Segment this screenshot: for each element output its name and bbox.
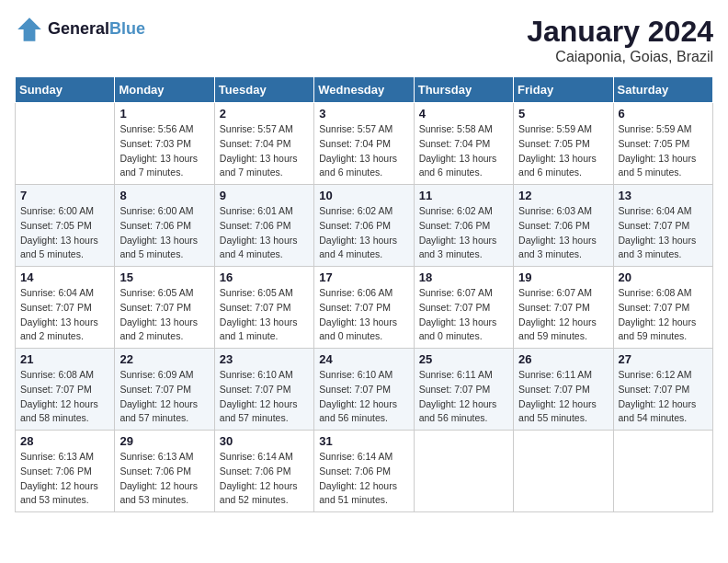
day-info: Sunrise: 6:13 AMSunset: 7:06 PMDaylight:… xyxy=(20,450,109,508)
week-row-5: 28Sunrise: 6:13 AMSunset: 7:06 PMDayligh… xyxy=(16,431,713,512)
calendar-cell xyxy=(16,103,115,185)
day-number: 25 xyxy=(419,352,508,366)
day-number: 15 xyxy=(119,270,209,284)
calendar-cell: 10Sunrise: 6:02 AMSunset: 7:06 PMDayligh… xyxy=(314,185,414,267)
day-number: 11 xyxy=(419,189,508,202)
week-row-1: 1Sunrise: 5:56 AMSunset: 7:03 PMDaylight… xyxy=(16,103,713,185)
calendar-cell: 5Sunrise: 5:59 AMSunset: 7:05 PMDaylight… xyxy=(514,103,613,185)
calendar-cell: 27Sunrise: 6:12 AMSunset: 7:07 PMDayligh… xyxy=(613,349,712,431)
day-number: 3 xyxy=(319,107,408,121)
day-info: Sunrise: 5:56 AMSunset: 7:03 PMDaylight:… xyxy=(119,122,209,180)
logo: GeneralBlue xyxy=(15,15,145,44)
day-number: 9 xyxy=(220,189,309,202)
day-header-friday: Friday xyxy=(514,77,613,103)
day-header-saturday: Saturday xyxy=(613,77,712,103)
day-info: Sunrise: 6:05 AMSunset: 7:07 PMDaylight:… xyxy=(220,286,309,344)
calendar-cell: 16Sunrise: 6:05 AMSunset: 7:07 PMDayligh… xyxy=(214,267,313,349)
calendar-cell: 20Sunrise: 6:08 AMSunset: 7:07 PMDayligh… xyxy=(613,267,712,349)
day-info: Sunrise: 5:57 AMSunset: 7:04 PMDaylight:… xyxy=(319,122,408,180)
day-info: Sunrise: 6:04 AMSunset: 7:07 PMDaylight:… xyxy=(619,204,708,262)
day-info: Sunrise: 6:11 AMSunset: 7:07 PMDaylight:… xyxy=(518,368,608,426)
calendar-cell: 8Sunrise: 6:00 AMSunset: 7:06 PMDaylight… xyxy=(115,185,214,267)
calendar-cell: 29Sunrise: 6:13 AMSunset: 7:06 PMDayligh… xyxy=(115,431,214,512)
days-header-row: SundayMondayTuesdayWednesdayThursdayFrid… xyxy=(16,77,713,103)
day-number: 10 xyxy=(319,189,408,202)
day-number: 21 xyxy=(20,352,109,366)
day-number: 31 xyxy=(319,434,408,448)
day-info: Sunrise: 5:59 AMSunset: 7:05 PMDaylight:… xyxy=(518,122,608,180)
calendar-cell: 4Sunrise: 5:58 AMSunset: 7:04 PMDaylight… xyxy=(414,103,513,185)
calendar-cell xyxy=(613,431,712,512)
day-info: Sunrise: 6:12 AMSunset: 7:07 PMDaylight:… xyxy=(619,368,708,426)
calendar-cell: 15Sunrise: 6:05 AMSunset: 7:07 PMDayligh… xyxy=(115,267,214,349)
day-number: 29 xyxy=(119,434,209,448)
day-info: Sunrise: 6:02 AMSunset: 7:06 PMDaylight:… xyxy=(319,204,408,262)
day-number: 19 xyxy=(518,270,608,284)
day-info: Sunrise: 6:07 AMSunset: 7:07 PMDaylight:… xyxy=(518,286,608,344)
day-header-thursday: Thursday xyxy=(414,77,513,103)
day-number: 5 xyxy=(518,107,608,121)
svg-marker-0 xyxy=(17,17,41,41)
day-info: Sunrise: 5:58 AMSunset: 7:04 PMDaylight:… xyxy=(419,122,508,180)
calendar-cell xyxy=(514,431,613,512)
day-info: Sunrise: 6:09 AMSunset: 7:07 PMDaylight:… xyxy=(119,368,209,426)
page-header: GeneralBlue January 2024 Caiaponia, Goia… xyxy=(15,15,713,65)
calendar-cell: 18Sunrise: 6:07 AMSunset: 7:07 PMDayligh… xyxy=(414,267,513,349)
calendar-cell: 30Sunrise: 6:14 AMSunset: 7:06 PMDayligh… xyxy=(214,431,313,512)
day-number: 12 xyxy=(518,189,608,202)
day-info: Sunrise: 6:06 AMSunset: 7:07 PMDaylight:… xyxy=(319,286,408,344)
location: Caiaponia, Goias, Brazil xyxy=(527,49,713,65)
day-number: 20 xyxy=(619,270,708,284)
day-info: Sunrise: 5:57 AMSunset: 7:04 PMDaylight:… xyxy=(220,122,309,180)
week-row-3: 14Sunrise: 6:04 AMSunset: 7:07 PMDayligh… xyxy=(16,267,713,349)
day-info: Sunrise: 6:08 AMSunset: 7:07 PMDaylight:… xyxy=(20,368,109,426)
calendar-cell: 17Sunrise: 6:06 AMSunset: 7:07 PMDayligh… xyxy=(314,267,414,349)
day-number: 13 xyxy=(619,189,708,202)
day-number: 1 xyxy=(119,107,209,121)
day-info: Sunrise: 6:08 AMSunset: 7:07 PMDaylight:… xyxy=(619,286,708,344)
day-number: 30 xyxy=(220,434,309,448)
week-row-4: 21Sunrise: 6:08 AMSunset: 7:07 PMDayligh… xyxy=(16,349,713,431)
calendar-cell: 3Sunrise: 5:57 AMSunset: 7:04 PMDaylight… xyxy=(314,103,414,185)
day-header-tuesday: Tuesday xyxy=(214,77,313,103)
day-header-monday: Monday xyxy=(115,77,214,103)
calendar-cell: 26Sunrise: 6:11 AMSunset: 7:07 PMDayligh… xyxy=(514,349,613,431)
day-number: 22 xyxy=(119,352,209,366)
week-row-2: 7Sunrise: 6:00 AMSunset: 7:05 PMDaylight… xyxy=(16,185,713,267)
day-number: 4 xyxy=(419,107,508,121)
day-number: 27 xyxy=(619,352,708,366)
day-number: 23 xyxy=(220,352,309,366)
calendar-cell: 7Sunrise: 6:00 AMSunset: 7:05 PMDaylight… xyxy=(16,185,115,267)
calendar-cell: 19Sunrise: 6:07 AMSunset: 7:07 PMDayligh… xyxy=(514,267,613,349)
calendar-cell: 24Sunrise: 6:10 AMSunset: 7:07 PMDayligh… xyxy=(314,349,414,431)
day-header-wednesday: Wednesday xyxy=(314,77,414,103)
day-number: 24 xyxy=(319,352,408,366)
day-info: Sunrise: 6:07 AMSunset: 7:07 PMDaylight:… xyxy=(419,286,508,344)
calendar-cell: 23Sunrise: 6:10 AMSunset: 7:07 PMDayligh… xyxy=(214,349,313,431)
day-number: 7 xyxy=(20,189,109,202)
calendar-cell: 12Sunrise: 6:03 AMSunset: 7:06 PMDayligh… xyxy=(514,185,613,267)
day-info: Sunrise: 6:14 AMSunset: 7:06 PMDaylight:… xyxy=(220,450,309,508)
day-number: 8 xyxy=(119,189,209,202)
calendar-cell: 2Sunrise: 5:57 AMSunset: 7:04 PMDaylight… xyxy=(214,103,313,185)
day-header-sunday: Sunday xyxy=(16,77,115,103)
calendar-cell: 22Sunrise: 6:09 AMSunset: 7:07 PMDayligh… xyxy=(115,349,214,431)
day-number: 16 xyxy=(220,270,309,284)
day-info: Sunrise: 6:10 AMSunset: 7:07 PMDaylight:… xyxy=(319,368,408,426)
day-number: 17 xyxy=(319,270,408,284)
calendar-cell: 9Sunrise: 6:01 AMSunset: 7:06 PMDaylight… xyxy=(214,185,313,267)
day-info: Sunrise: 5:59 AMSunset: 7:05 PMDaylight:… xyxy=(619,122,708,180)
logo-icon xyxy=(15,15,44,44)
day-number: 14 xyxy=(20,270,109,284)
calendar-cell: 6Sunrise: 5:59 AMSunset: 7:05 PMDaylight… xyxy=(613,103,712,185)
day-number: 26 xyxy=(518,352,608,366)
calendar-cell xyxy=(414,431,513,512)
calendar-cell: 31Sunrise: 6:14 AMSunset: 7:06 PMDayligh… xyxy=(314,431,414,512)
calendar-cell: 11Sunrise: 6:02 AMSunset: 7:06 PMDayligh… xyxy=(414,185,513,267)
calendar-cell: 28Sunrise: 6:13 AMSunset: 7:06 PMDayligh… xyxy=(16,431,115,512)
day-info: Sunrise: 6:01 AMSunset: 7:06 PMDaylight:… xyxy=(220,204,309,262)
month-title: January 2024 xyxy=(527,15,713,49)
calendar-cell: 25Sunrise: 6:11 AMSunset: 7:07 PMDayligh… xyxy=(414,349,513,431)
calendar-cell: 21Sunrise: 6:08 AMSunset: 7:07 PMDayligh… xyxy=(16,349,115,431)
logo-text: GeneralBlue xyxy=(48,20,145,39)
